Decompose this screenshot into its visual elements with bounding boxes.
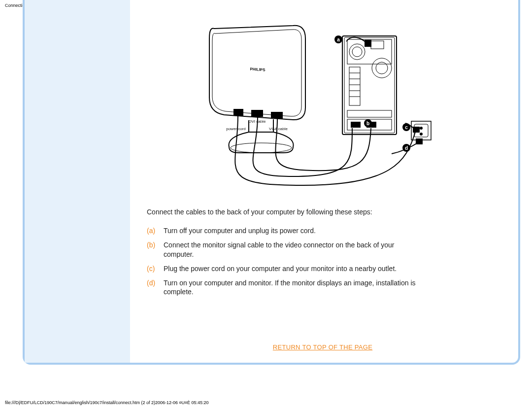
step-text: Plug the power cord on your computer and… (164, 262, 420, 276)
step-row: (b)Connect the monitor signal cable to t… (147, 238, 420, 262)
brand-text: PHILIPS (250, 67, 266, 72)
svg-rect-14 (371, 41, 384, 49)
svg-rect-8 (344, 37, 395, 133)
svg-text:a: a (337, 37, 340, 42)
svg-rect-21 (347, 110, 392, 117)
main-content: PHILIPS DVI cable power cord VGA cable (130, 0, 518, 363)
svg-point-27 (420, 127, 422, 129)
step-text: Turn off your computer and unplug its po… (164, 224, 420, 238)
step-bullet: (c) (147, 262, 164, 276)
svg-rect-29 (365, 40, 371, 46)
svg-point-10 (349, 44, 365, 60)
svg-point-11 (352, 47, 362, 57)
connection-diagram: PHILIPS DVI cable power cord VGA cable (204, 14, 441, 191)
badge-c: c (402, 123, 410, 131)
doc-footer-path: file:///D|/EDFU/LCD/190C7/manual/english… (5, 400, 209, 405)
step-bullet: (d) (147, 276, 164, 300)
content-panel: PHILIPS DVI cable power cord VGA cable (23, 0, 520, 365)
step-bullet: (b) (147, 238, 164, 262)
step-row: (a)Turn off your computer and unplug its… (147, 224, 420, 238)
intro-text: Connect the cables to the back of your c… (147, 208, 499, 216)
svg-point-12 (372, 58, 392, 78)
sidebar (25, 0, 130, 363)
svg-point-28 (420, 133, 422, 135)
return-to-top-link[interactable]: RETURN TO TOP OF THE PAGE (147, 343, 499, 351)
badge-a: a (334, 35, 342, 43)
svg-point-0 (231, 143, 292, 153)
svg-text:b: b (366, 121, 369, 126)
svg-rect-1 (234, 109, 243, 115)
svg-rect-2 (252, 110, 263, 116)
svg-rect-30 (413, 127, 419, 132)
step-text: Turn on your computer and monitor. If th… (164, 276, 420, 300)
svg-rect-23 (351, 122, 360, 127)
step-bullet: (a) (147, 224, 164, 238)
svg-text:VGA cable: VGA cable (269, 127, 288, 131)
step-text: Connect the monitor signal cable to the … (164, 238, 420, 262)
svg-text:power cord: power cord (226, 127, 246, 131)
badge-d: d (402, 144, 410, 152)
steps-table: (a)Turn off your computer and unplug its… (147, 224, 420, 299)
step-row: (d)Turn on your computer and monitor. If… (147, 276, 420, 300)
step-row: (c)Plug the power cord on your computer … (147, 262, 420, 276)
svg-text:c: c (405, 125, 408, 130)
badge-b: b (364, 119, 372, 127)
svg-rect-31 (416, 139, 422, 144)
svg-rect-3 (271, 112, 282, 118)
svg-text:d: d (405, 145, 408, 151)
